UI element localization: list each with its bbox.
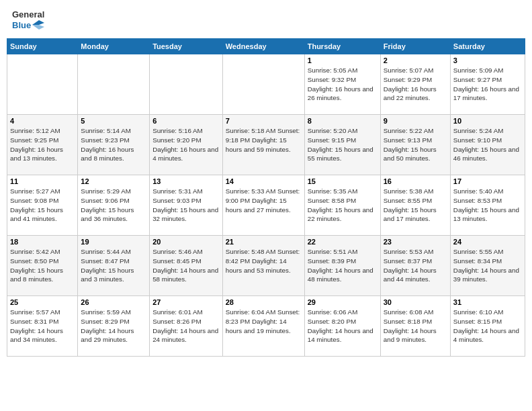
day-content: Sunrise: 5:40 AM Sunset: 8:53 PM Dayligh… <box>453 187 522 224</box>
calendar-table: SundayMondayTuesdayWednesdayThursdayFrid… <box>7 38 525 357</box>
calendar-cell: 23Sunrise: 5:53 AM Sunset: 8:37 PM Dayli… <box>380 236 450 296</box>
calendar-cell: 22Sunrise: 5:51 AM Sunset: 8:39 PM Dayli… <box>304 236 380 296</box>
day-number: 3 <box>453 56 522 64</box>
day-content: Sunrise: 5:09 AM Sunset: 9:27 PM Dayligh… <box>453 66 522 103</box>
day-content: Sunrise: 5:05 AM Sunset: 9:32 PM Dayligh… <box>308 66 378 103</box>
day-number: 5 <box>81 117 146 125</box>
day-number: 1 <box>308 56 378 64</box>
calendar-cell: 10Sunrise: 5:24 AM Sunset: 9:10 PM Dayli… <box>450 115 525 175</box>
day-content: Sunrise: 5:35 AM Sunset: 8:58 PM Dayligh… <box>308 187 378 224</box>
day-content: Sunrise: 5:59 AM Sunset: 8:29 PM Dayligh… <box>81 308 146 345</box>
calendar-cell: 8Sunrise: 5:20 AM Sunset: 9:15 PM Daylig… <box>304 115 380 175</box>
day-content: Sunrise: 5:57 AM Sunset: 8:31 PM Dayligh… <box>10 308 75 345</box>
calendar-cell: 20Sunrise: 5:46 AM Sunset: 8:45 PM Dayli… <box>150 236 223 296</box>
calendar-cell <box>150 54 223 115</box>
day-number: 29 <box>308 298 378 306</box>
day-content: Sunrise: 5:48 AM Sunset: 8:42 PM Dayligh… <box>226 247 302 275</box>
calendar-cell: 28Sunrise: 6:04 AM Sunset: 8:23 PM Dayli… <box>222 296 304 357</box>
page-header: General Blue <box>7 7 525 33</box>
weekday-header-sunday: Sunday <box>7 39 78 54</box>
day-number: 14 <box>226 177 302 185</box>
weekday-header-row: SundayMondayTuesdayWednesdayThursdayFrid… <box>7 39 525 54</box>
day-number: 22 <box>308 238 378 246</box>
calendar-cell: 21Sunrise: 5:48 AM Sunset: 8:42 PM Dayli… <box>222 236 304 296</box>
day-content: Sunrise: 6:04 AM Sunset: 8:23 PM Dayligh… <box>226 308 302 335</box>
day-content: Sunrise: 5:55 AM Sunset: 8:34 PM Dayligh… <box>453 247 522 284</box>
calendar-cell: 16Sunrise: 5:38 AM Sunset: 8:55 PM Dayli… <box>380 175 450 236</box>
calendar-cell: 31Sunrise: 6:10 AM Sunset: 8:15 PM Dayli… <box>450 296 525 357</box>
day-content: Sunrise: 5:53 AM Sunset: 8:37 PM Dayligh… <box>384 247 447 284</box>
day-content: Sunrise: 6:08 AM Sunset: 8:18 PM Dayligh… <box>384 308 447 345</box>
day-content: Sunrise: 5:22 AM Sunset: 9:13 PM Dayligh… <box>384 126 447 163</box>
calendar-cell <box>78 54 150 115</box>
week-row-2: 4Sunrise: 5:12 AM Sunset: 9:25 PM Daylig… <box>7 115 525 175</box>
calendar-cell: 25Sunrise: 5:57 AM Sunset: 8:31 PM Dayli… <box>7 296 78 357</box>
day-number: 19 <box>81 238 146 246</box>
day-number: 30 <box>384 298 447 306</box>
day-content: Sunrise: 5:29 AM Sunset: 9:06 PM Dayligh… <box>81 187 146 224</box>
day-content: Sunrise: 5:44 AM Sunset: 8:47 PM Dayligh… <box>81 247 146 284</box>
weekday-header-monday: Monday <box>78 39 150 54</box>
calendar-cell: 1Sunrise: 5:05 AM Sunset: 9:32 PM Daylig… <box>304 54 380 115</box>
day-number: 15 <box>308 177 378 185</box>
day-number: 17 <box>453 177 522 185</box>
calendar-cell: 29Sunrise: 6:06 AM Sunset: 8:20 PM Dayli… <box>304 296 380 357</box>
svg-marker-0 <box>32 20 44 25</box>
logo-bird-icon <box>32 20 44 30</box>
day-number: 13 <box>152 177 220 185</box>
calendar-cell: 19Sunrise: 5:44 AM Sunset: 8:47 PM Dayli… <box>78 236 150 296</box>
calendar-cell: 12Sunrise: 5:29 AM Sunset: 9:06 PM Dayli… <box>78 175 150 236</box>
day-number: 11 <box>10 177 75 185</box>
day-number: 28 <box>226 298 302 306</box>
day-content: Sunrise: 6:06 AM Sunset: 8:20 PM Dayligh… <box>308 308 378 345</box>
weekday-header-friday: Friday <box>380 39 450 54</box>
day-content: Sunrise: 5:42 AM Sunset: 8:50 PM Dayligh… <box>10 247 75 284</box>
day-number: 8 <box>308 117 378 125</box>
day-content: Sunrise: 5:33 AM Sunset: 9:00 PM Dayligh… <box>226 187 302 214</box>
calendar-cell <box>222 54 304 115</box>
day-content: Sunrise: 5:46 AM Sunset: 8:45 PM Dayligh… <box>152 247 220 284</box>
calendar-cell: 24Sunrise: 5:55 AM Sunset: 8:34 PM Dayli… <box>450 236 525 296</box>
calendar-cell: 3Sunrise: 5:09 AM Sunset: 9:27 PM Daylig… <box>450 54 525 115</box>
calendar-cell: 5Sunrise: 5:14 AM Sunset: 9:23 PM Daylig… <box>78 115 150 175</box>
calendar-cell: 2Sunrise: 5:07 AM Sunset: 9:29 PM Daylig… <box>380 54 450 115</box>
calendar-cell: 13Sunrise: 5:31 AM Sunset: 9:03 PM Dayli… <box>150 175 223 236</box>
day-content: Sunrise: 5:18 AM Sunset: 9:18 PM Dayligh… <box>226 126 302 154</box>
calendar-cell: 11Sunrise: 5:27 AM Sunset: 9:08 PM Dayli… <box>7 175 78 236</box>
logo-text: General Blue <box>12 9 44 30</box>
day-content: Sunrise: 5:16 AM Sunset: 9:20 PM Dayligh… <box>152 126 220 163</box>
day-content: Sunrise: 5:14 AM Sunset: 9:23 PM Dayligh… <box>81 126 146 163</box>
week-row-4: 18Sunrise: 5:42 AM Sunset: 8:50 PM Dayli… <box>7 236 525 296</box>
day-number: 24 <box>453 238 522 246</box>
calendar-cell: 30Sunrise: 6:08 AM Sunset: 8:18 PM Dayli… <box>380 296 450 357</box>
day-content: Sunrise: 5:07 AM Sunset: 9:29 PM Dayligh… <box>384 66 447 103</box>
calendar-cell: 14Sunrise: 5:33 AM Sunset: 9:00 PM Dayli… <box>222 175 304 236</box>
day-number: 26 <box>81 298 146 306</box>
week-row-3: 11Sunrise: 5:27 AM Sunset: 9:08 PM Dayli… <box>7 175 525 236</box>
weekday-header-wednesday: Wednesday <box>222 39 304 54</box>
week-row-5: 25Sunrise: 5:57 AM Sunset: 8:31 PM Dayli… <box>7 296 525 357</box>
day-content: Sunrise: 6:01 AM Sunset: 8:26 PM Dayligh… <box>152 308 220 345</box>
weekday-header-saturday: Saturday <box>450 39 525 54</box>
day-number: 25 <box>10 298 75 306</box>
day-number: 27 <box>152 298 220 306</box>
calendar-cell: 17Sunrise: 5:40 AM Sunset: 8:53 PM Dayli… <box>450 175 525 236</box>
day-number: 21 <box>226 238 302 246</box>
calendar-cell <box>7 54 78 115</box>
day-content: Sunrise: 5:20 AM Sunset: 9:15 PM Dayligh… <box>308 126 378 163</box>
logo: General Blue <box>12 9 44 30</box>
day-number: 23 <box>384 238 447 246</box>
day-content: Sunrise: 5:27 AM Sunset: 9:08 PM Dayligh… <box>10 187 75 224</box>
calendar-cell: 6Sunrise: 5:16 AM Sunset: 9:20 PM Daylig… <box>150 115 223 175</box>
day-number: 7 <box>226 117 302 125</box>
day-number: 20 <box>152 238 220 246</box>
day-content: Sunrise: 6:10 AM Sunset: 8:15 PM Dayligh… <box>453 308 522 345</box>
day-number: 18 <box>10 238 75 246</box>
day-content: Sunrise: 5:24 AM Sunset: 9:10 PM Dayligh… <box>453 126 522 163</box>
calendar-cell: 4Sunrise: 5:12 AM Sunset: 9:25 PM Daylig… <box>7 115 78 175</box>
calendar-cell: 15Sunrise: 5:35 AM Sunset: 8:58 PM Dayli… <box>304 175 380 236</box>
day-number: 12 <box>81 177 146 185</box>
calendar-cell: 7Sunrise: 5:18 AM Sunset: 9:18 PM Daylig… <box>222 115 304 175</box>
calendar-cell: 9Sunrise: 5:22 AM Sunset: 9:13 PM Daylig… <box>380 115 450 175</box>
calendar-cell: 27Sunrise: 6:01 AM Sunset: 8:26 PM Dayli… <box>150 296 223 357</box>
